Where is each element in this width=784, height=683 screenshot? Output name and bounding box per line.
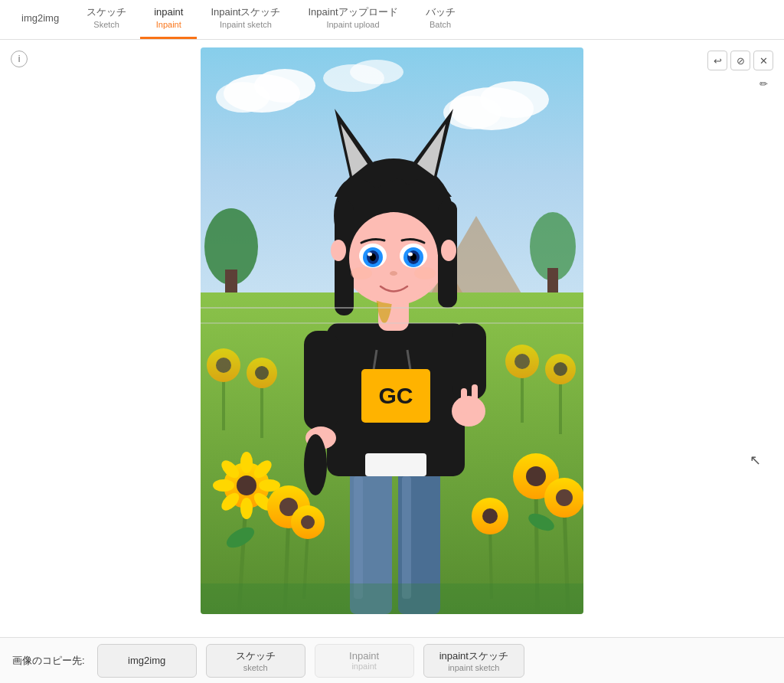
svg-point-40: [304, 434, 327, 495]
image-canvas[interactable]: GC: [201, 47, 583, 614]
svg-rect-44: [472, 384, 478, 413]
undo-button[interactable]: ↩: [707, 51, 727, 70]
svg-rect-31: [402, 476, 411, 599]
copy-to-sketch-button[interactable]: スケッチ sketch: [206, 644, 305, 678]
copy-label: 画像のコピー先:: [12, 654, 85, 668]
svg-point-67: [408, 253, 413, 257]
svg-point-42: [452, 396, 485, 426]
svg-point-78: [240, 498, 253, 519]
main-content: i ↩ ⊘ ✕ ✏: [0, 40, 784, 683]
info-icon[interactable]: i: [11, 51, 28, 67]
svg-point-96: [301, 515, 315, 529]
svg-point-68: [390, 271, 397, 276]
svg-point-21: [255, 366, 269, 380]
copy-to-img2img-button[interactable]: img2img: [97, 644, 197, 678]
tab-batch[interactable]: バッチ Batch: [412, 0, 469, 39]
copy-to-inpaint-button[interactable]: Inpaint inpaint: [315, 644, 414, 678]
svg-rect-38: [304, 331, 338, 430]
svg-point-8: [350, 60, 403, 84]
svg-point-18: [216, 358, 231, 373]
svg-point-90: [556, 489, 573, 506]
toolbar-row-2: ✏: [707, 74, 773, 93]
bottom-bar: 画像のコピー先: img2img スケッチ sketch Inpaint inp…: [0, 637, 784, 683]
tab-inpaint-upload[interactable]: Inpaintアップロード Inpaint upload: [294, 0, 411, 39]
svg-point-62: [368, 253, 372, 257]
svg-rect-41: [452, 323, 486, 400]
pencil-button[interactable]: ✏: [753, 74, 773, 93]
tab-sketch[interactable]: スケッチ Sketch: [73, 0, 140, 39]
canvas-area: i ↩ ⊘ ✕ ✏: [0, 40, 784, 637]
svg-point-74: [240, 452, 253, 473]
tab-inpaint[interactable]: inpaint Inpaint: [140, 0, 197, 39]
svg-rect-30: [354, 476, 363, 599]
cursor-indicator: ↖: [750, 452, 761, 469]
svg-rect-37: [365, 453, 426, 476]
svg-point-87: [526, 466, 546, 486]
svg-point-52: [331, 240, 346, 261]
svg-point-3: [216, 82, 270, 113]
svg-point-27: [554, 362, 567, 376]
toolbar-icons: ↩ ⊘ ✕ ✏: [707, 51, 773, 93]
svg-point-80: [213, 479, 234, 492]
svg-text:GC: GC: [379, 383, 413, 408]
svg-point-69: [351, 267, 372, 279]
svg-point-70: [414, 267, 436, 279]
tab-bar: img2img スケッチ Sketch inpaint Inpaint Inpa…: [0, 0, 784, 40]
svg-point-53: [441, 240, 456, 261]
svg-rect-101: [201, 583, 583, 614]
toolbar-row-1: ↩ ⊘ ✕: [707, 51, 773, 70]
copy-to-inpaint-sketch-button[interactable]: inpaintスケッチ inpaint sketch: [423, 644, 524, 678]
svg-rect-43: [461, 388, 467, 415]
anime-illustration: GC: [201, 47, 583, 614]
close-button[interactable]: ✕: [753, 51, 773, 70]
svg-point-73: [237, 475, 256, 495]
erase-button[interactable]: ⊘: [730, 51, 750, 70]
svg-point-24: [514, 354, 530, 369]
svg-point-93: [482, 508, 498, 524]
tab-inpaint-sketch[interactable]: Inpaintスケッチ Inpaint sketch: [197, 0, 294, 39]
tab-img2img[interactable]: img2img: [8, 0, 73, 39]
